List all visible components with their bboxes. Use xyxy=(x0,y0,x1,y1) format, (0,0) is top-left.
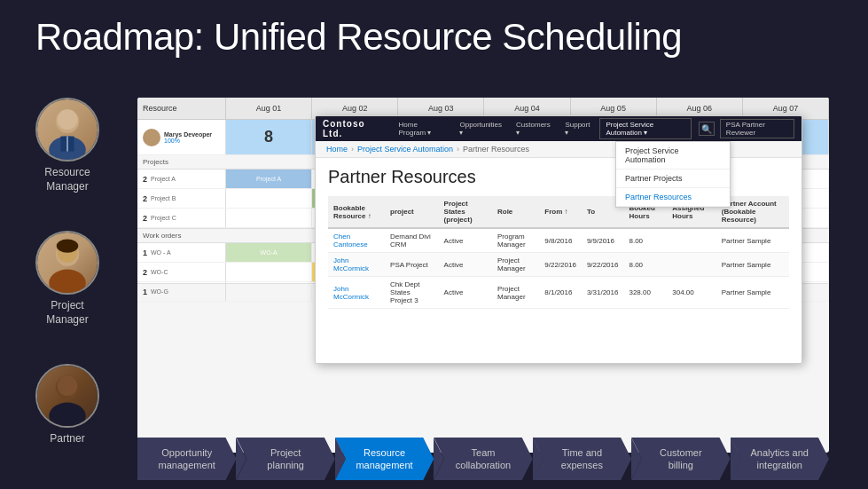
status-cell-3: Active xyxy=(439,277,492,309)
assigned-cell-3: 304.00 xyxy=(667,277,716,309)
wo-bar-3a xyxy=(226,282,312,301)
partner-cell-3: Partner Sample xyxy=(716,277,789,309)
avatar-resource-manager xyxy=(35,98,99,162)
slide: Roadmap: Unified Resource Scheduling Re xyxy=(0,0,868,489)
process-step-resource-label: Resourcemanagement xyxy=(356,446,412,472)
partner-resources-table: Bookable Resource ↑ project Project Stat… xyxy=(328,196,789,309)
popup-nav: Contoso Ltd. Home Program ▾ Opportunitie… xyxy=(316,116,802,141)
avatar-project-manager xyxy=(35,231,99,295)
project-cell-1: Demand Divi CRM xyxy=(385,228,439,253)
day-cell-1: 8 xyxy=(226,120,312,154)
process-step-billing-label: Customerbilling xyxy=(660,446,702,472)
svg-point-8 xyxy=(57,240,79,253)
resource-link-3[interactable]: John McCormick xyxy=(333,285,369,301)
wo-label-3: 1WO-G xyxy=(137,282,226,301)
project-label-3: 2 Project C xyxy=(137,209,226,227)
svg-point-11 xyxy=(58,375,78,396)
process-step-opportunity-label: Opportunitymanagement xyxy=(159,446,215,472)
breadcrumb-home[interactable]: Home xyxy=(326,145,348,154)
wo-label-2: 2WO-C xyxy=(137,263,226,281)
svg-point-2 xyxy=(58,109,78,130)
breadcrumb-current: Partner Resources xyxy=(463,145,529,154)
dropdown-item-partner-projects[interactable]: Partner Projects xyxy=(616,170,730,188)
persona-rm-label: ResourceManager xyxy=(44,166,90,193)
project-bar-3a xyxy=(226,209,312,227)
booked-cell-2: 8.00 xyxy=(623,253,667,277)
resource-utilization: 100% xyxy=(164,138,212,144)
col-project: project xyxy=(385,196,439,228)
search-icon: 🔍 xyxy=(701,124,712,134)
wo-label-1: 1WO - A xyxy=(137,243,226,262)
table-row: Chen Cantonese Demand Divi CRM Active Pr… xyxy=(328,228,789,253)
page-title: Roadmap: Unified Resource Scheduling xyxy=(35,16,682,59)
partner-resources-popup: Contoso Ltd. Home Program ▾ Opportunitie… xyxy=(315,115,802,364)
avatar-partner xyxy=(35,364,99,428)
from-cell-3: 8/1/2016 xyxy=(539,277,582,309)
nav-item-support[interactable]: Support ▾ xyxy=(559,118,598,139)
nav-logo: Contoso Ltd. xyxy=(323,119,382,138)
svg-point-6 xyxy=(49,270,86,295)
nav-item-customers[interactable]: Customers ▾ xyxy=(510,118,557,139)
assigned-cell-1 xyxy=(667,228,716,253)
process-step-billing[interactable]: Customerbilling xyxy=(631,438,730,480)
process-step-team-label: Teamcollaboration xyxy=(456,446,511,472)
dropdown-item-partner-resources[interactable]: Partner Resources xyxy=(616,188,730,207)
nav-item-home[interactable]: Home Program ▾ xyxy=(393,118,452,139)
nav-item-opportunities[interactable]: Opportunities ▾ xyxy=(453,118,508,139)
dropdown-item-psa[interactable]: Project Service Automation xyxy=(616,142,730,170)
process-step-team[interactable]: Teamcollaboration xyxy=(434,438,532,480)
project-cell-3: Chk Dept States Project 3 xyxy=(385,277,439,309)
project-label-2: 2 Project B xyxy=(137,189,226,208)
nav-right: 🔍 PSA Partner Reviewer xyxy=(699,119,794,138)
partner-cell-2: Partner Sample xyxy=(716,253,789,277)
role-cell-3: Project Manager xyxy=(492,277,539,309)
from-cell-2: 9/22/2016 xyxy=(539,253,582,277)
persona-project-manager: ProjectManager xyxy=(35,231,99,327)
resource-link-1[interactable]: Chen Cantonese xyxy=(333,233,368,248)
project-cell-2: PSA Project xyxy=(385,253,439,277)
svg-point-10 xyxy=(49,403,86,428)
table-row: John McCormick PSA Project Active Projec… xyxy=(328,253,789,277)
process-flow: Opportunitymanagement Projectplanning Re… xyxy=(137,429,829,489)
persona-partner: Partner xyxy=(35,364,99,446)
persona-resource-manager: ResourceManager xyxy=(35,98,99,193)
persona-pm-label: ProjectManager xyxy=(46,299,88,327)
partner-cell-1: Partner Sample xyxy=(716,228,789,253)
resource-mini-avatar xyxy=(143,129,160,146)
wo-bar-2a xyxy=(226,263,312,281)
process-step-planning-label: Projectplanning xyxy=(267,446,304,472)
process-step-resource[interactable]: Resourcemanagement xyxy=(335,438,434,480)
resource-cell: Marys Deveoper 100% xyxy=(137,120,226,154)
resource-link-2[interactable]: John McCormick xyxy=(333,256,369,272)
date-header-1: Aug 01 xyxy=(226,98,312,119)
psa-dropdown-menu[interactable]: Project Service Automation Partner Proje… xyxy=(615,141,731,208)
process-step-analytics[interactable]: Analytics andintegration xyxy=(731,438,829,480)
booked-cell-3: 328.00 xyxy=(623,277,667,309)
nav-search-box[interactable]: 🔍 xyxy=(699,122,715,136)
screenshot-area: Resource Aug 01 Aug 02 Aug 03 Aug 04 Aug… xyxy=(137,98,829,453)
breadcrumb-psa[interactable]: Project Service Automation xyxy=(357,145,453,154)
process-step-time[interactable]: Time andexpenses xyxy=(533,438,631,480)
process-step-opportunity[interactable]: Opportunitymanagement xyxy=(137,438,236,480)
to-cell-2: 9/22/2016 xyxy=(582,253,624,277)
resource-col-header: Resource xyxy=(137,98,226,119)
nav-item-psa[interactable]: Project Service Automation ▾ xyxy=(599,118,692,139)
role-cell-2: Project Manager xyxy=(492,253,539,277)
to-cell-1: 9/9/2016 xyxy=(582,228,624,253)
from-cell-1: 9/8/2016 xyxy=(539,228,582,253)
process-step-planning[interactable]: Projectplanning xyxy=(236,438,334,480)
status-cell-1: Active xyxy=(439,228,492,253)
booked-cell-1: 8.00 xyxy=(623,228,667,253)
project-label-1: 2 Project A xyxy=(137,170,226,188)
status-cell-2: Active xyxy=(439,253,492,277)
process-step-time-label: Time andexpenses xyxy=(561,446,603,472)
process-step-analytics-label: Analytics andintegration xyxy=(751,446,809,472)
project-bar-2a xyxy=(226,189,312,208)
table-row: John McCormick Chk Dept States Project 3… xyxy=(328,277,789,309)
resource-info: Marys Deveoper 100% xyxy=(164,131,212,144)
col-bookable-resource: Bookable Resource ↑ xyxy=(328,196,385,228)
col-project-states: Project States (project) xyxy=(439,196,492,228)
persona-partner-label: Partner xyxy=(50,432,84,446)
nav-user: PSA Partner Reviewer xyxy=(720,119,794,138)
resource-name: Marys Deveoper xyxy=(164,131,212,138)
